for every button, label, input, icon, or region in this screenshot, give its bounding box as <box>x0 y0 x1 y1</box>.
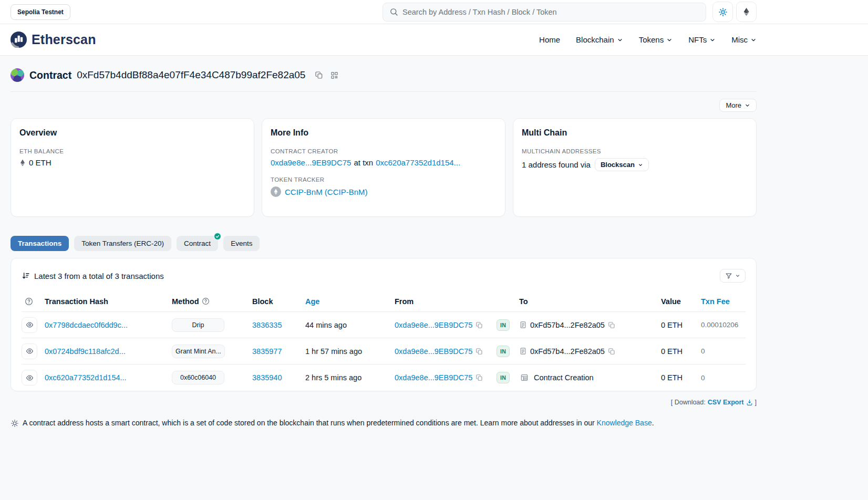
download-icon <box>746 399 753 406</box>
nav-home[interactable]: Home <box>539 35 560 44</box>
tip-icon <box>11 419 19 428</box>
footnote: A contract address hosts a smart contrac… <box>11 419 757 428</box>
sort-icon <box>22 272 30 280</box>
sun-icon <box>718 7 728 17</box>
nav-nfts[interactable]: NFTs <box>688 35 716 44</box>
overview-title: Overview <box>19 128 245 138</box>
tx-fee: 0 <box>701 374 746 382</box>
download-suffix: ] <box>755 399 757 406</box>
main-nav: Home Blockchain Tokens NFTs Misc <box>539 35 757 44</box>
contract-file-icon <box>519 347 527 355</box>
multichain-title: Multi Chain <box>522 128 748 138</box>
chevron-down-icon <box>750 37 757 43</box>
eth-balance-value: 0 ETH <box>29 158 51 167</box>
theme-toggle-button[interactable] <box>712 2 733 22</box>
creation-txn-link[interactable]: 0xc620a77352d1d154... <box>376 158 460 167</box>
tab-token-transfers[interactable]: Token Transfers (ERC-20) <box>74 236 171 251</box>
contract-creation-icon <box>520 373 529 382</box>
transactions-summary: Latest 3 from a total of 3 transactions <box>34 272 164 280</box>
tx-age: 44 mins ago <box>305 321 395 329</box>
network-switcher-button[interactable] <box>736 2 757 22</box>
ethereum-icon <box>742 7 751 16</box>
col-value: Value <box>661 297 701 306</box>
tab-events[interactable]: Events <box>223 236 260 251</box>
help-icon[interactable] <box>25 297 33 306</box>
help-icon[interactable] <box>202 297 210 305</box>
eth-glyph-icon <box>19 159 26 166</box>
col-age-toggle[interactable]: Age <box>305 297 395 306</box>
copy-icon[interactable] <box>476 348 483 355</box>
from-address-link[interactable]: 0xda9e8e...9EB9DC75 <box>395 347 472 356</box>
copy-address-button[interactable] <box>315 71 323 79</box>
block-link[interactable]: 3835977 <box>252 347 282 356</box>
transaction-row: 0x0724bdf9c118afc2d... Grant Mint An... … <box>22 338 746 364</box>
to-contract-creation: Contract Creation <box>534 373 594 382</box>
footnote-text: A contract address hosts a smart contrac… <box>23 419 595 427</box>
tab-bar: Transactions Token Transfers (ERC-20) Co… <box>11 236 757 251</box>
copy-icon[interactable] <box>476 321 483 329</box>
tx-value: 0 ETH <box>661 373 701 382</box>
contract-file-icon <box>519 321 527 329</box>
transaction-row: 0xc620a77352d1d154... 0x60c06040 3835940… <box>22 364 746 391</box>
from-address-link[interactable]: 0xda9e8e...9EB9DC75 <box>395 373 472 382</box>
chevron-down-icon <box>745 102 750 108</box>
footnote-suffix: . <box>652 419 654 427</box>
csv-export-link[interactable]: CSV Export <box>708 399 753 406</box>
copy-icon[interactable] <box>608 348 615 355</box>
method-badge[interactable]: 0x60c06040 <box>172 371 224 384</box>
more-info-title: More Info <box>271 128 497 138</box>
qr-code-button[interactable] <box>330 71 338 79</box>
chevron-down-icon <box>735 273 740 278</box>
copy-icon[interactable] <box>476 374 483 381</box>
tx-fee: 0.00010206 <box>701 321 746 329</box>
tab-transactions[interactable]: Transactions <box>11 236 69 251</box>
creator-address-link[interactable]: 0xda9e8e...9EB9DC75 <box>271 158 351 167</box>
tab-contract[interactable]: Contract <box>177 236 218 251</box>
search-box[interactable] <box>383 3 706 22</box>
copy-icon[interactable] <box>608 321 615 329</box>
preview-tx-button[interactable] <box>22 343 37 359</box>
nav-tokens[interactable]: Tokens <box>639 35 673 44</box>
method-badge[interactable]: Grant Mint An... <box>172 345 225 358</box>
direction-badge: IN <box>497 372 510 383</box>
direction-badge: IN <box>497 346 510 357</box>
address-avatar <box>11 68 24 82</box>
from-address-link[interactable]: 0xda9e8e...9EB9DC75 <box>395 321 472 329</box>
token-tracker-label: TOKEN TRACKER <box>271 176 497 183</box>
filter-icon <box>725 272 732 279</box>
tx-hash-link[interactable]: 0x7798dcdaec0f6dd9c... <box>45 321 128 329</box>
block-link[interactable]: 3835940 <box>252 373 282 382</box>
creator-connector: at txn <box>354 158 373 167</box>
search-input[interactable] <box>402 8 699 16</box>
multichain-found-text: 1 address found via <box>522 160 591 169</box>
verified-check-icon <box>214 233 221 240</box>
tx-hash-link[interactable]: 0xc620a77352d1d154... <box>45 373 127 382</box>
etherscan-logo[interactable]: Etherscan <box>11 32 96 48</box>
chevron-down-icon <box>709 37 716 43</box>
page-title: Contract <box>29 69 71 81</box>
preview-tx-button[interactable] <box>22 370 37 386</box>
knowledge-base-link[interactable]: Knowledge Base <box>597 419 652 427</box>
token-tracker-link[interactable]: CCIP-BnM (CCIP-BnM) <box>285 188 368 196</box>
tx-age: 1 hr 57 mins ago <box>305 347 395 356</box>
nav-blockchain[interactable]: Blockchain <box>576 35 623 44</box>
tx-fee: 0 <box>701 347 746 355</box>
eye-icon <box>26 347 34 355</box>
filter-dropdown-button[interactable] <box>720 269 746 283</box>
col-from: From <box>395 297 497 306</box>
eye-icon <box>26 374 34 382</box>
col-txn-fee-toggle[interactable]: Txn Fee <box>701 297 746 306</box>
nav-misc[interactable]: Misc <box>731 35 757 44</box>
tx-hash-link[interactable]: 0x0724bdf9c118afc2d... <box>45 347 126 356</box>
network-button[interactable]: Sepolia Testnet <box>11 4 70 20</box>
preview-tx-button[interactable] <box>22 317 37 333</box>
etherscan-logo-icon <box>11 32 27 48</box>
to-address[interactable]: 0xFd57b4...2Fe82a05 <box>530 347 605 356</box>
more-button[interactable]: More <box>719 99 757 112</box>
block-link[interactable]: 3836335 <box>252 321 282 329</box>
transaction-row: 0x7798dcdaec0f6dd9c... Drip 3836335 44 m… <box>22 312 746 338</box>
col-method: Method <box>172 297 199 306</box>
to-address[interactable]: 0xFd57b4...2Fe82a05 <box>530 321 605 329</box>
blockscan-dropdown[interactable]: Blockscan <box>595 158 649 171</box>
method-badge[interactable]: Drip <box>172 318 224 332</box>
